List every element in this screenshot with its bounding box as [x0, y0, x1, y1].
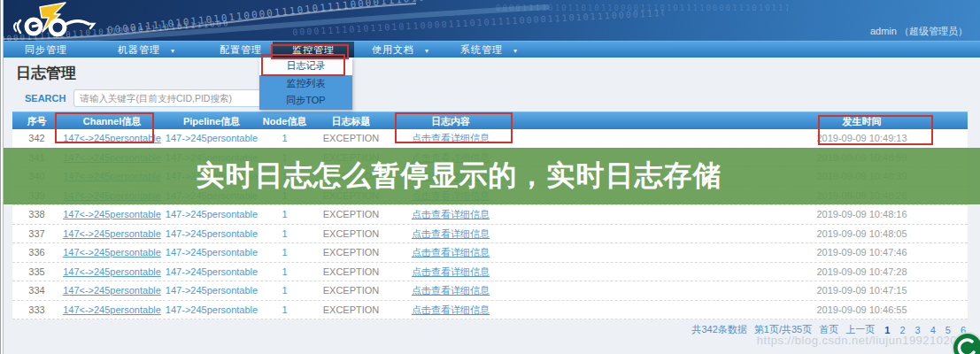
log-time-cell: 2019-09-09 10:48:05 — [756, 225, 968, 243]
spacer-cell — [508, 243, 756, 262]
pipeline-link[interactable]: 147->245persontable — [163, 167, 260, 186]
window-left-border — [0, 0, 4, 354]
node-link[interactable]: 1 — [260, 263, 309, 281]
cell-row-index: 335 — [12, 263, 61, 281]
pipeline-link[interactable]: 147->245persontable — [163, 129, 260, 148]
view-detail-link[interactable]: 点击查看详细信息 — [393, 225, 508, 243]
menu-item-log-record[interactable]: 日志记录 — [259, 58, 352, 75]
channel-link[interactable]: 147<->245persontable — [61, 281, 163, 300]
node-link[interactable]: 1 — [260, 205, 309, 224]
view-detail-link[interactable]: 点击查看详细信息 — [393, 243, 508, 262]
cell-row-index: 342 — [12, 129, 61, 148]
node-link[interactable]: 1 — [260, 149, 309, 167]
log-title-cell: EXCEPTION — [309, 187, 393, 205]
pipeline-link[interactable]: 147->245persontable — [163, 205, 260, 224]
channel-link[interactable]: 147<->245persontable — [61, 129, 163, 148]
column-header-spacer — [508, 112, 756, 129]
pipeline-link[interactable]: 147->245persontable — [163, 243, 260, 262]
table-row: 334 147<->245persontable 147->245persont… — [12, 281, 968, 301]
view-detail-link[interactable]: 点击查看详细信息 — [393, 187, 508, 205]
pipeline-link[interactable]: 147->245persontable — [163, 149, 260, 167]
column-header-time[interactable]: 发生时间 — [756, 112, 968, 129]
column-header-log-content[interactable]: 日志内容 — [393, 112, 508, 129]
log-time-cell: 2019-09-09 10:48:28 — [756, 187, 968, 205]
node-link[interactable]: 1 — [260, 167, 309, 186]
column-header-node[interactable]: Node信息 — [260, 112, 309, 129]
view-detail-link[interactable]: 点击查看详细信息 — [393, 281, 508, 300]
chevron-down-icon — [425, 47, 429, 55]
channel-link[interactable]: 147<->245persontable — [61, 149, 163, 167]
pipeline-link[interactable]: 147->245persontable — [163, 301, 260, 319]
logo-icon — [11, 1, 108, 40]
spacer-cell — [508, 187, 756, 205]
table-header-row: 序号 Channel信息 Pipeline信息 Node信息 日志标题 日志内容… — [12, 112, 968, 129]
node-link[interactable]: 1 — [260, 187, 309, 205]
nav-item-sync-management[interactable]: 同步管理 — [25, 42, 67, 58]
spacer-cell — [508, 301, 756, 319]
view-detail-link[interactable]: 点击查看详细信息 — [393, 301, 508, 319]
cell-row-index: 334 — [12, 281, 61, 300]
channel-link[interactable]: 147<->245persontable — [61, 167, 163, 186]
nav-label: 机器管理 — [118, 44, 160, 55]
app-logo[interactable] — [11, 1, 108, 40]
channel-link[interactable]: 147<->245persontable — [61, 205, 163, 224]
admin-user-label[interactable]: admin （超级管理员） — [870, 25, 968, 38]
column-header-channel[interactable]: Channel信息 — [61, 112, 163, 129]
view-detail-link[interactable]: 点击查看详细信息 — [393, 263, 508, 281]
menu-item-monitor-list[interactable]: 监控列表 — [259, 75, 352, 93]
menu-item-sync-top[interactable]: 同步TOP — [259, 92, 352, 110]
log-title-cell: EXCEPTION — [309, 263, 393, 281]
log-title-cell: EXCEPTION — [309, 129, 393, 148]
column-header-log-title[interactable]: 日志标题 — [309, 112, 393, 129]
channel-link[interactable]: 147<->245persontable — [61, 225, 163, 243]
nav-item-machine-management[interactable]: 机器管理 — [118, 42, 175, 58]
column-header-pipeline[interactable]: Pipeline信息 — [163, 112, 260, 129]
spacer-cell — [508, 263, 756, 281]
view-detail-link[interactable]: 点击查看详细信息 — [393, 205, 508, 224]
nav-item-user-docs[interactable]: 使用文档 — [372, 42, 429, 58]
channel-link[interactable]: 147<->245persontable — [61, 301, 163, 319]
nav-item-monitor-management[interactable]: 监控管理 — [273, 42, 354, 58]
log-title-cell: EXCEPTION — [309, 301, 393, 319]
table-row: 340 147<->245persontable 147->245persont… — [12, 167, 968, 187]
node-link[interactable]: 1 — [260, 225, 309, 243]
nav-label: 系统管理 — [460, 44, 503, 55]
view-detail-link[interactable]: 点击查看详细信息 — [393, 149, 508, 167]
channel-link[interactable]: 147<->245persontable — [61, 263, 163, 281]
nav-item-system-management[interactable]: 系统管理 — [460, 42, 518, 58]
nav-item-config-management[interactable]: 配置管理 — [220, 42, 277, 58]
pipeline-link[interactable]: 147->245persontable — [163, 225, 260, 243]
log-time-cell: 2019-09-09 10:49:13 — [756, 129, 968, 148]
log-management-page: 0000111101011010110000111010111100001110… — [0, 0, 980, 354]
channel-link[interactable]: 147<->245persontable — [61, 243, 163, 262]
spacer-cell — [508, 205, 756, 224]
column-header-index[interactable]: 序号 — [12, 112, 61, 129]
node-link[interactable]: 1 — [260, 129, 309, 148]
log-title-cell: EXCEPTION — [309, 149, 393, 167]
log-time-cell: 2019-09-09 10:46:55 — [756, 301, 968, 319]
pipeline-link[interactable]: 147->245persontable — [163, 281, 260, 300]
log-title-cell: EXCEPTION — [309, 243, 393, 262]
table-row: 336 147<->245persontable 147->245persont… — [12, 243, 968, 263]
log-time-cell: 2019-09-09 10:47:28 — [756, 263, 968, 281]
view-detail-link[interactable]: 点击查看详细信息 — [393, 167, 508, 186]
csdn-avatar[interactable] — [951, 331, 980, 354]
node-link[interactable]: 1 — [260, 301, 309, 319]
node-link[interactable]: 1 — [260, 281, 309, 300]
table-row: 342 147<->245persontable 147->245persont… — [12, 129, 968, 149]
monitor-dropdown-menu: 日志记录 监控列表 同步TOP — [259, 58, 352, 110]
pipeline-link[interactable]: 147->245persontable — [163, 263, 260, 281]
table-row: 338 147<->245persontable 147->245persont… — [12, 205, 968, 225]
table-body: 342 147<->245persontable 147->245persont… — [12, 129, 968, 319]
channel-link[interactable]: 147<->245persontable — [61, 187, 163, 205]
pipeline-link[interactable]: 147->245persontable — [163, 187, 260, 205]
view-detail-link[interactable]: 点击查看详细信息 — [393, 129, 508, 148]
chevron-down-icon — [513, 47, 518, 55]
log-table: 序号 Channel信息 Pipeline信息 Node信息 日志标题 日志内容… — [12, 112, 968, 319]
csdn-watermark-url: https://blog.csdn.net/liujun19921020 — [757, 334, 957, 347]
node-link[interactable]: 1 — [260, 243, 309, 262]
nav-label: 同步管理 — [25, 44, 67, 55]
table-row: 333 147<->245persontable 147->245persont… — [12, 301, 968, 320]
log-title-cell: EXCEPTION — [309, 225, 393, 243]
log-time-cell: 2019-09-09 10:48:59 — [756, 149, 968, 167]
